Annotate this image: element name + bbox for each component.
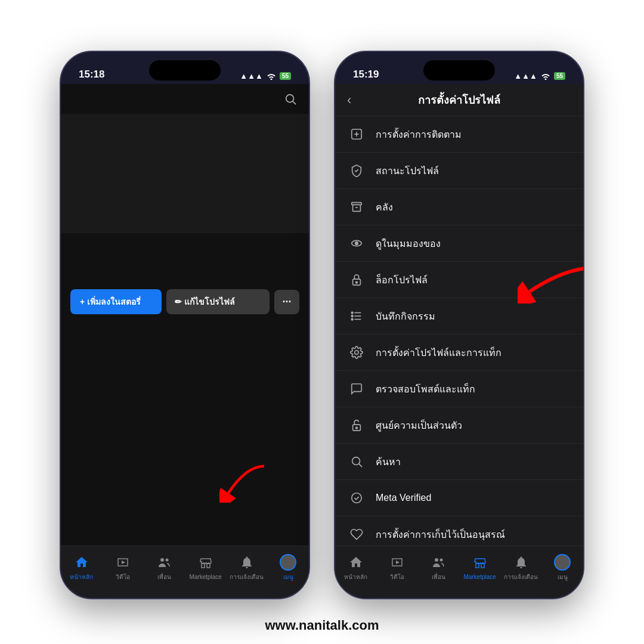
nav-video-label: วิดีโอ xyxy=(116,572,130,581)
website-footer: www.nanitalk.com xyxy=(265,618,379,633)
action-buttons-row: + เพิ่มลงในสตอรี่ ✏ แก้ไขโปรไฟล์ ··· xyxy=(61,281,309,323)
verified-icon xyxy=(347,488,366,507)
eye-icon xyxy=(347,234,366,253)
nav-menu-label: เมนู xyxy=(283,572,293,581)
settings-item-verified[interactable]: Meta Verified xyxy=(335,480,583,516)
nav-menu[interactable]: เมนู xyxy=(268,554,309,581)
svg-rect-6 xyxy=(202,564,205,568)
settings-item-list[interactable]: บันทึกกิจกรรม xyxy=(335,298,583,335)
search-top-icon[interactable] xyxy=(284,92,297,106)
svg-line-28 xyxy=(359,464,362,467)
svg-rect-7 xyxy=(207,564,210,568)
svg-rect-37 xyxy=(481,564,484,568)
chat-icon xyxy=(347,379,366,398)
more-button[interactable]: ··· xyxy=(274,290,299,314)
back-button[interactable]: ‹ xyxy=(347,92,351,108)
settings-item-shield[interactable]: สถานะโปรไฟล์ xyxy=(335,153,583,189)
add-icon xyxy=(347,125,366,144)
profile-info-area xyxy=(61,233,309,281)
settings-item-label-lock-open: ศูนย์ความเป็นส่วนตัว xyxy=(376,418,462,433)
right-nav-menu[interactable]: เมนู xyxy=(542,554,583,581)
right-nav-home[interactable]: หน้าหลัก xyxy=(335,554,376,581)
settings-item-gear[interactable]: การตั้งค่าโปรไฟล์และการแท็ก xyxy=(335,335,583,371)
settings-item-add[interactable]: การตั้งค่าการติดตาม xyxy=(335,116,583,153)
svg-point-22 xyxy=(351,315,353,317)
dynamic-island xyxy=(149,60,221,80)
settings-item-label-eye: ดูในมุมมองของ xyxy=(376,236,441,251)
nav-home[interactable]: หน้าหลัก xyxy=(61,554,102,581)
website-label: www.nanitalk.com xyxy=(265,618,379,633)
list-icon xyxy=(347,306,366,326)
settings-item-label-add: การตั้งค่าการติดตาม xyxy=(376,127,462,142)
settings-item-chat[interactable]: ตรวจสอบโพสต์และแท็ก xyxy=(335,371,583,407)
nav-marketplace-label: Marketplace xyxy=(189,574,221,580)
right-home-icon xyxy=(348,554,364,571)
avatar-icon xyxy=(280,554,296,571)
right-signal-icon: ▲▲▲ xyxy=(514,72,537,80)
right-nav-notifications-label: การแจ้งเตือน xyxy=(504,572,538,581)
friends-icon xyxy=(156,554,172,571)
marketplace-icon xyxy=(197,555,214,572)
svg-point-4 xyxy=(160,558,164,562)
svg-point-21 xyxy=(351,312,353,314)
add-story-button[interactable]: + เพิ่มลงในสตอรี่ xyxy=(70,289,162,314)
svg-point-14 xyxy=(355,242,358,245)
settings-item-label-chat: ตรวจสอบโพสต์และแท็ก xyxy=(376,382,475,397)
nav-video[interactable]: วิดีโอ xyxy=(102,554,143,581)
svg-point-5 xyxy=(166,558,169,561)
right-status-icons: ▲▲▲ 55 xyxy=(514,72,565,80)
right-avatar-icon xyxy=(554,554,571,571)
settings-item-label-verified: Meta Verified xyxy=(376,493,431,503)
settings-list: การตั้งค่าการติดตามสถานะโปรไฟล์คลังดูในม… xyxy=(335,116,583,546)
right-nav-home-label: หน้าหลัก xyxy=(344,572,367,581)
home-icon xyxy=(73,554,90,571)
right-nav-marketplace-label: Marketplace xyxy=(463,574,496,580)
gear-icon xyxy=(347,343,366,362)
dynamic-island-right xyxy=(423,60,495,80)
settings-item-lock-open[interactable]: ศูนย์ความเป็นส่วนตัว xyxy=(335,407,583,444)
lock-icon xyxy=(347,270,366,289)
profile-area: + เพิ่มลงในสตอรี่ ✏ แก้ไขโปรไฟล์ ··· xyxy=(61,84,309,546)
nav-marketplace[interactable]: Marketplace xyxy=(185,555,226,580)
profile-cover-photo xyxy=(61,114,309,233)
svg-point-23 xyxy=(351,318,353,320)
nav-notifications-label: การแจ้งเตือน xyxy=(230,572,264,581)
red-arrow-right xyxy=(518,262,583,298)
right-bottom-nav: หน้าหลัก วิดีโอ xyxy=(335,546,583,598)
lock-open-icon xyxy=(347,416,366,435)
archive-icon xyxy=(347,197,366,216)
signal-icon: ▲▲▲ xyxy=(240,72,263,80)
settings-item-label-archive: คลัง xyxy=(376,200,393,215)
settings-item-archive[interactable]: คลัง xyxy=(335,189,583,225)
right-marketplace-icon xyxy=(472,555,488,572)
nav-notifications[interactable]: การแจ้งเตือน xyxy=(226,554,267,581)
right-nav-video[interactable]: วิดีโอ xyxy=(376,554,417,581)
nav-friends[interactable]: เพื่อน xyxy=(144,554,185,581)
svg-point-0 xyxy=(286,95,294,103)
svg-marker-3 xyxy=(122,561,125,564)
settings-item-eye[interactable]: ดูในมุมมองของ xyxy=(335,225,583,262)
right-nav-notifications[interactable]: การแจ้งเตือน xyxy=(500,554,541,581)
settings-item-heart[interactable]: การตั้งค่าการเก็บไว้เป็นอนุสรณ์ xyxy=(335,516,583,546)
settings-item-search[interactable]: ค้นหา xyxy=(335,444,583,480)
profile-top-bar xyxy=(61,84,309,114)
left-status-icons: ▲▲▲ 55 xyxy=(240,72,291,80)
edit-profile-button[interactable]: ✏ แก้ไขโปรไฟล์ xyxy=(166,289,270,314)
search-icon xyxy=(347,452,366,471)
heart-icon xyxy=(347,525,366,544)
settings-item-lock[interactable]: ล็อกโปรไฟล์ xyxy=(335,262,583,298)
right-nav-marketplace[interactable]: Marketplace xyxy=(459,555,500,580)
right-phone: 15:19 ▲▲▲ 55 ‹ การตั้งค่าโปรไฟล์ การตั้ง… xyxy=(334,51,584,599)
settings-item-label-gear: การตั้งค่าโปรไฟล์และการแท็ก xyxy=(376,345,501,360)
battery-badge: 55 xyxy=(280,72,291,80)
nav-home-label: หน้าหลัก xyxy=(70,572,93,581)
right-nav-friends[interactable]: เพื่อน xyxy=(418,554,459,581)
wifi-icon xyxy=(267,73,276,80)
more-dots-icon: ··· xyxy=(283,296,292,308)
right-nav-video-label: วิดีโอ xyxy=(390,572,404,581)
svg-point-27 xyxy=(352,457,360,465)
right-battery-badge: 55 xyxy=(554,72,565,80)
svg-point-26 xyxy=(356,427,358,429)
right-screen: ‹ การตั้งค่าโปรไฟล์ การตั้งค่าการติดตามส… xyxy=(335,84,583,598)
svg-line-1 xyxy=(293,101,296,104)
